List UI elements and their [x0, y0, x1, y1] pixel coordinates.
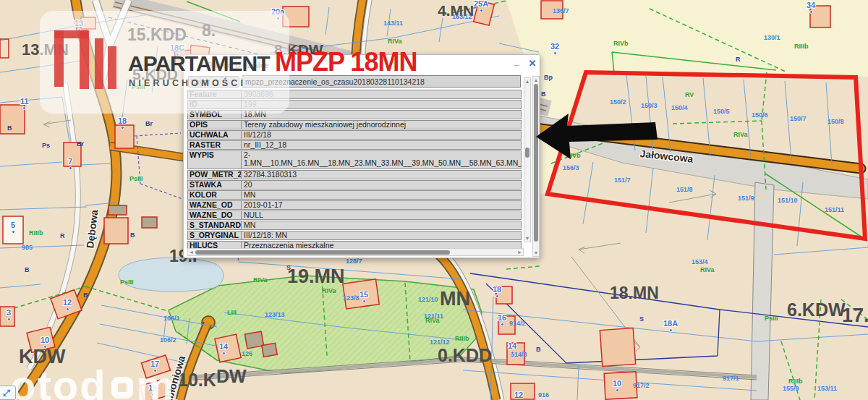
address-marker[interactable]: 5: [11, 221, 15, 234]
parcel-number-label: 155/9: [783, 386, 799, 392]
address-marker[interactable]: 10: [41, 336, 49, 349]
parcel-number-label: 123/13: [265, 312, 285, 318]
parcel-number-label: 914/2: [509, 320, 526, 327]
attribute-row: UCHWALAIII/12/18: [187, 130, 522, 140]
marker-dot-icon: [43, 345, 47, 349]
scroll-down-icon[interactable]: ▼: [533, 250, 539, 256]
otodom-text-right: m: [137, 365, 176, 400]
window-vertical-scrollbar[interactable]: ▲ ▼: [532, 76, 540, 257]
marker-dot-icon: [69, 166, 72, 170]
landuse-letter-label: Br: [145, 121, 153, 127]
address-marker[interactable]: 14: [219, 343, 228, 355]
marker-dot-icon: [809, 10, 813, 14]
scroll-down-icon[interactable]: ▼: [524, 235, 530, 242]
attribute-value: NULL: [242, 211, 521, 219]
address-marker[interactable]: 7: [68, 158, 72, 170]
attribute-key: KOLOR: [188, 191, 242, 199]
parcel-number-label: 151/8: [676, 187, 693, 193]
parcel-number-label: 916: [538, 392, 549, 399]
screenshot-stage: 13.MN15.KDD8.8.KDW4.MN5.KDD19.MN19.IMN0.…: [0, 0, 868, 400]
attribute-key: STAWKA: [188, 181, 242, 189]
landuse-letter-label: S: [639, 316, 644, 323]
landuse-letter-label: B: [25, 267, 30, 273]
otodom-watermark: otodm: [10, 365, 175, 400]
horizontal-scrollbar[interactable]: ◄ ►: [187, 248, 524, 256]
address-marker[interactable]: 16: [498, 314, 506, 326]
attribute-row: WYPIS2- 1.MN__10.MN_16.MN__18.MN_23.MN_3…: [187, 150, 522, 169]
attribute-row: KOLORMN: [187, 190, 522, 200]
zone-label: 0.KDD: [438, 346, 492, 365]
zone-label: 19.MN: [287, 267, 345, 286]
attribute-key: UCHWALA: [188, 131, 242, 139]
attribute-key: WYPIS: [188, 151, 242, 169]
soil-label: RIVa: [253, 277, 268, 284]
window-scroll-thumb[interactable]: [534, 84, 538, 242]
apartament-watermark: APARTAMENT NIERUCHOMOŚCI: [40, 11, 289, 114]
address-marker[interactable]: 12: [514, 391, 523, 400]
zone-label: MN: [440, 289, 470, 309]
address-marker[interactable]: 18: [118, 117, 127, 129]
parcel-number-label: 150/6: [752, 112, 768, 119]
zone-label: DW: [216, 367, 247, 386]
landuse-letter-label: B: [7, 125, 12, 132]
close-button[interactable]: ✕: [527, 58, 538, 69]
address-marker[interactable]: 12: [63, 299, 72, 311]
marker-dot-icon: [222, 352, 226, 355]
attribute-key: RASTER: [188, 141, 242, 149]
marker-dot-icon: [7, 318, 11, 321]
attribute-value: nr_III_12_18: [242, 141, 521, 149]
attribute-row: POW_METR_232784.3180313: [187, 170, 522, 179]
map-control-button[interactable]: ⤢: [0, 386, 16, 400]
address-marker[interactable]: 18A: [663, 320, 678, 332]
address-marker[interactable]: 3: [7, 309, 11, 321]
address-marker[interactable]: 15: [359, 291, 368, 303]
horizontal-scroll-thumb[interactable]: [195, 250, 450, 255]
attribute-value: MN: [242, 191, 521, 199]
landuse-letter-label: Bp: [544, 75, 553, 81]
parcel-number-label: 121/10: [418, 297, 438, 303]
address-marker[interactable]: 34: [807, 1, 815, 14]
marker-dot-icon: [511, 351, 514, 354]
scroll-left-icon[interactable]: ◄: [188, 249, 195, 255]
attribute-key: WAZNE_OD: [188, 201, 242, 209]
otodom-text-left: otod: [10, 365, 107, 400]
table-scroll-thumb[interactable]: [525, 148, 529, 158]
table-vertical-scrollbar[interactable]: ▲ ▼: [524, 77, 531, 242]
parcel-number-label: 151/9: [738, 195, 754, 202]
scroll-right-icon[interactable]: ►: [516, 249, 523, 255]
parcel-number-label: 917/1: [723, 375, 739, 382]
parcel-number-label: 163/12: [452, 14, 472, 20]
parcel-number-label: 151/10: [778, 197, 798, 204]
address-marker[interactable]: 14: [508, 342, 516, 354]
street-label: Dębowa: [85, 209, 99, 249]
marker-dot-icon: [669, 328, 673, 332]
attribute-value: Tereny zabudowy mieszkaniowej jednorodzi…: [242, 121, 521, 129]
attribute-value: MN: [242, 221, 521, 229]
attribute-key: S_ORYGINAL: [188, 231, 242, 239]
address-marker[interactable]: 11: [20, 98, 29, 110]
attribute-table: Feature3903696ID199SYMBOL18.MNOPISTereny…: [187, 90, 522, 251]
address-marker[interactable]: 10: [613, 380, 621, 392]
soil-label: LIII: [227, 310, 237, 316]
landuse-letter-label: S: [286, 265, 291, 271]
minimize-button[interactable]: _: [511, 56, 522, 69]
parcel-number-label: 153/11: [817, 386, 837, 392]
parcel-number-label: 985: [22, 244, 33, 251]
marker-dot-icon: [501, 323, 504, 326]
attribute-row: OPISTereny zabudowy mieszkaniowej jednor…: [187, 120, 522, 129]
attribute-row: WAZNE_OD2019-01-17: [187, 200, 522, 210]
parcel-number-label: 153/4: [692, 259, 708, 265]
zone-label: 6.KDW: [787, 301, 846, 319]
address-marker[interactable]: 25A: [474, 0, 488, 12]
attribute-row: RASTERnr_III_12_18: [187, 140, 522, 150]
attribute-key: S_STANDARD: [188, 221, 242, 229]
attribute-value: 18.MN: [242, 111, 521, 119]
parcel-number-label: 121/12: [430, 339, 450, 346]
landuse-letter-label: R: [60, 233, 65, 239]
address-marker[interactable]: 18: [493, 286, 501, 298]
scroll-up-icon[interactable]: ▲: [524, 78, 530, 85]
soil-label: RV: [685, 92, 694, 98]
scroll-up-icon[interactable]: ▲: [533, 77, 539, 83]
parcel-number-label: 150/7: [790, 116, 807, 122]
address-marker[interactable]: 32: [550, 43, 559, 55]
